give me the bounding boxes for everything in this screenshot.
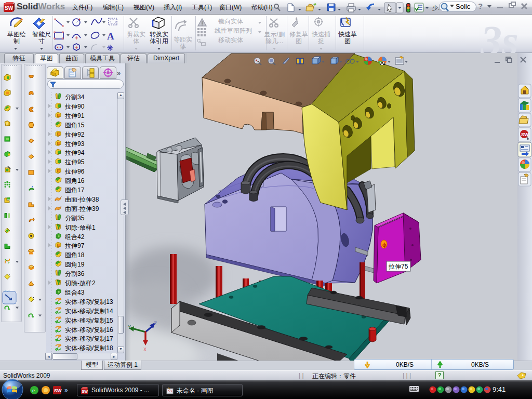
svg-text:拉伸75: 拉伸75 — [388, 263, 408, 270]
svg-text:X: X — [143, 347, 147, 353]
svg-text:ϕ: ϕ — [382, 242, 387, 248]
svg-text:SW: SW — [54, 388, 62, 393]
svg-text:e: e — [32, 387, 35, 393]
svg-text:Z: Z — [154, 321, 157, 327]
svg-text:SW: SW — [5, 5, 14, 11]
svg-text:»: » — [64, 387, 68, 394]
svg-text:SW: SW — [521, 132, 529, 137]
svg-text:SW: SW — [82, 390, 88, 393]
svg-text:+: + — [295, 16, 298, 22]
svg-text:3s: 3s — [480, 17, 518, 53]
svg-text:A: A — [107, 31, 114, 42]
